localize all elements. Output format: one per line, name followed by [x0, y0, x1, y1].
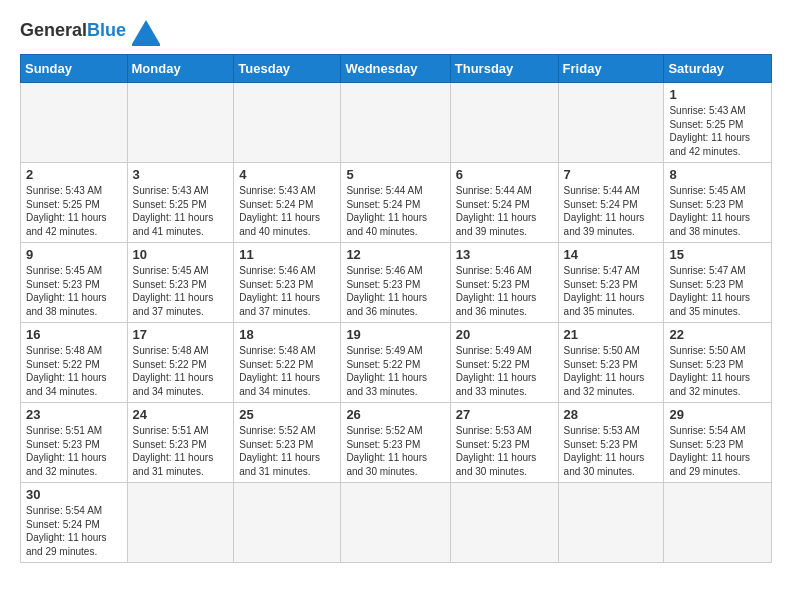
day-number: 29: [669, 407, 766, 422]
day-info: Sunrise: 5:45 AM Sunset: 5:23 PM Dayligh…: [133, 264, 229, 318]
day-info: Sunrise: 5:48 AM Sunset: 5:22 PM Dayligh…: [26, 344, 122, 398]
day-cell: [234, 83, 341, 163]
day-cell: 10Sunrise: 5:45 AM Sunset: 5:23 PM Dayli…: [127, 243, 234, 323]
weekday-header-tuesday: Tuesday: [234, 55, 341, 83]
logo-icon: [130, 18, 162, 46]
day-cell: [234, 483, 341, 563]
logo: GeneralBlue: [20, 16, 162, 46]
day-number: 21: [564, 327, 659, 342]
day-info: Sunrise: 5:46 AM Sunset: 5:23 PM Dayligh…: [346, 264, 444, 318]
day-number: 27: [456, 407, 553, 422]
day-cell: [341, 483, 450, 563]
day-number: 5: [346, 167, 444, 182]
day-cell: 24Sunrise: 5:51 AM Sunset: 5:23 PM Dayli…: [127, 403, 234, 483]
day-number: 15: [669, 247, 766, 262]
day-info: Sunrise: 5:46 AM Sunset: 5:23 PM Dayligh…: [456, 264, 553, 318]
day-cell: 16Sunrise: 5:48 AM Sunset: 5:22 PM Dayli…: [21, 323, 128, 403]
day-info: Sunrise: 5:46 AM Sunset: 5:23 PM Dayligh…: [239, 264, 335, 318]
day-number: 25: [239, 407, 335, 422]
day-number: 24: [133, 407, 229, 422]
weekday-header-friday: Friday: [558, 55, 664, 83]
day-cell: 4Sunrise: 5:43 AM Sunset: 5:24 PM Daylig…: [234, 163, 341, 243]
day-cell: 20Sunrise: 5:49 AM Sunset: 5:22 PM Dayli…: [450, 323, 558, 403]
day-cell: 6Sunrise: 5:44 AM Sunset: 5:24 PM Daylig…: [450, 163, 558, 243]
day-cell: 3Sunrise: 5:43 AM Sunset: 5:25 PM Daylig…: [127, 163, 234, 243]
day-cell: 1Sunrise: 5:43 AM Sunset: 5:25 PM Daylig…: [664, 83, 772, 163]
day-cell: 22Sunrise: 5:50 AM Sunset: 5:23 PM Dayli…: [664, 323, 772, 403]
day-info: Sunrise: 5:43 AM Sunset: 5:25 PM Dayligh…: [26, 184, 122, 238]
day-number: 14: [564, 247, 659, 262]
day-cell: [558, 83, 664, 163]
day-info: Sunrise: 5:52 AM Sunset: 5:23 PM Dayligh…: [346, 424, 444, 478]
day-cell: 18Sunrise: 5:48 AM Sunset: 5:22 PM Dayli…: [234, 323, 341, 403]
day-info: Sunrise: 5:49 AM Sunset: 5:22 PM Dayligh…: [346, 344, 444, 398]
day-info: Sunrise: 5:49 AM Sunset: 5:22 PM Dayligh…: [456, 344, 553, 398]
day-number: 30: [26, 487, 122, 502]
svg-marker-0: [132, 20, 160, 44]
week-row-3: 16Sunrise: 5:48 AM Sunset: 5:22 PM Dayli…: [21, 323, 772, 403]
day-cell: 14Sunrise: 5:47 AM Sunset: 5:23 PM Dayli…: [558, 243, 664, 323]
day-info: Sunrise: 5:52 AM Sunset: 5:23 PM Dayligh…: [239, 424, 335, 478]
day-cell: [450, 483, 558, 563]
day-number: 10: [133, 247, 229, 262]
day-number: 18: [239, 327, 335, 342]
day-cell: 25Sunrise: 5:52 AM Sunset: 5:23 PM Dayli…: [234, 403, 341, 483]
day-info: Sunrise: 5:44 AM Sunset: 5:24 PM Dayligh…: [346, 184, 444, 238]
day-number: 7: [564, 167, 659, 182]
day-cell: 13Sunrise: 5:46 AM Sunset: 5:23 PM Dayli…: [450, 243, 558, 323]
day-number: 22: [669, 327, 766, 342]
calendar-table: SundayMondayTuesdayWednesdayThursdayFrid…: [20, 54, 772, 563]
week-row-2: 9Sunrise: 5:45 AM Sunset: 5:23 PM Daylig…: [21, 243, 772, 323]
week-row-4: 23Sunrise: 5:51 AM Sunset: 5:23 PM Dayli…: [21, 403, 772, 483]
day-info: Sunrise: 5:54 AM Sunset: 5:24 PM Dayligh…: [26, 504, 122, 558]
day-number: 12: [346, 247, 444, 262]
day-cell: 23Sunrise: 5:51 AM Sunset: 5:23 PM Dayli…: [21, 403, 128, 483]
weekday-header-saturday: Saturday: [664, 55, 772, 83]
day-number: 2: [26, 167, 122, 182]
day-info: Sunrise: 5:44 AM Sunset: 5:24 PM Dayligh…: [564, 184, 659, 238]
day-number: 19: [346, 327, 444, 342]
day-number: 26: [346, 407, 444, 422]
weekday-header-thursday: Thursday: [450, 55, 558, 83]
weekday-header-monday: Monday: [127, 55, 234, 83]
week-row-1: 2Sunrise: 5:43 AM Sunset: 5:25 PM Daylig…: [21, 163, 772, 243]
day-info: Sunrise: 5:51 AM Sunset: 5:23 PM Dayligh…: [26, 424, 122, 478]
day-info: Sunrise: 5:43 AM Sunset: 5:24 PM Dayligh…: [239, 184, 335, 238]
day-cell: 7Sunrise: 5:44 AM Sunset: 5:24 PM Daylig…: [558, 163, 664, 243]
day-number: 13: [456, 247, 553, 262]
day-number: 23: [26, 407, 122, 422]
day-number: 17: [133, 327, 229, 342]
svg-rect-1: [132, 44, 160, 46]
day-cell: 5Sunrise: 5:44 AM Sunset: 5:24 PM Daylig…: [341, 163, 450, 243]
day-cell: 29Sunrise: 5:54 AM Sunset: 5:23 PM Dayli…: [664, 403, 772, 483]
weekday-header-wednesday: Wednesday: [341, 55, 450, 83]
day-number: 9: [26, 247, 122, 262]
logo-text: GeneralBlue: [20, 21, 126, 41]
day-cell: [127, 483, 234, 563]
day-number: 16: [26, 327, 122, 342]
day-cell: 8Sunrise: 5:45 AM Sunset: 5:23 PM Daylig…: [664, 163, 772, 243]
day-info: Sunrise: 5:45 AM Sunset: 5:23 PM Dayligh…: [669, 184, 766, 238]
day-number: 3: [133, 167, 229, 182]
day-info: Sunrise: 5:53 AM Sunset: 5:23 PM Dayligh…: [564, 424, 659, 478]
day-number: 6: [456, 167, 553, 182]
week-row-5: 30Sunrise: 5:54 AM Sunset: 5:24 PM Dayli…: [21, 483, 772, 563]
page-header: GeneralBlue: [20, 16, 772, 46]
day-info: Sunrise: 5:51 AM Sunset: 5:23 PM Dayligh…: [133, 424, 229, 478]
week-row-0: 1Sunrise: 5:43 AM Sunset: 5:25 PM Daylig…: [21, 83, 772, 163]
day-info: Sunrise: 5:48 AM Sunset: 5:22 PM Dayligh…: [133, 344, 229, 398]
day-cell: 17Sunrise: 5:48 AM Sunset: 5:22 PM Dayli…: [127, 323, 234, 403]
day-number: 4: [239, 167, 335, 182]
day-number: 11: [239, 247, 335, 262]
day-cell: [664, 483, 772, 563]
day-info: Sunrise: 5:53 AM Sunset: 5:23 PM Dayligh…: [456, 424, 553, 478]
day-info: Sunrise: 5:50 AM Sunset: 5:23 PM Dayligh…: [564, 344, 659, 398]
day-cell: 21Sunrise: 5:50 AM Sunset: 5:23 PM Dayli…: [558, 323, 664, 403]
day-cell: [450, 83, 558, 163]
day-info: Sunrise: 5:43 AM Sunset: 5:25 PM Dayligh…: [669, 104, 766, 158]
day-info: Sunrise: 5:47 AM Sunset: 5:23 PM Dayligh…: [564, 264, 659, 318]
day-cell: [341, 83, 450, 163]
day-cell: 27Sunrise: 5:53 AM Sunset: 5:23 PM Dayli…: [450, 403, 558, 483]
day-cell: [127, 83, 234, 163]
day-cell: [558, 483, 664, 563]
